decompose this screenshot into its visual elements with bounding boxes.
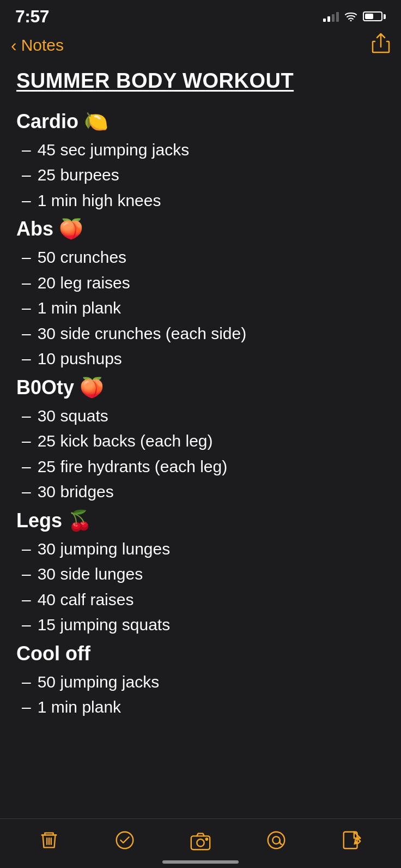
list-item: –15 jumping squats	[22, 612, 385, 638]
list-item-dash: –	[22, 670, 31, 695]
list-item-dash: –	[22, 296, 31, 321]
list-item-text: 20 leg raises	[38, 270, 130, 296]
back-chevron-icon: ‹	[11, 37, 17, 54]
list-item: –30 side lunges	[22, 562, 385, 587]
signal-icon	[323, 11, 339, 22]
section-legs: Legs 🍒–30 jumping lunges–30 side lunges–…	[16, 509, 385, 638]
list-item-dash: –	[22, 137, 31, 163]
list-item: –30 bridges	[22, 479, 385, 505]
nav-bar: ‹ Notes	[0, 29, 401, 63]
list-item-dash: –	[22, 270, 31, 296]
list-item: –50 jumping jacks	[22, 670, 385, 695]
list-item-text: 30 squats	[38, 403, 108, 429]
exercise-list-cardio: –45 sec jumping jacks–25 burpees–1 min h…	[16, 137, 385, 214]
list-item-text: 40 calf raises	[38, 587, 134, 613]
list-item-dash: –	[22, 454, 31, 480]
list-item-dash: –	[22, 429, 31, 454]
svg-point-5	[268, 832, 285, 849]
list-item-text: 30 side lunges	[38, 562, 143, 587]
list-item-dash: –	[22, 245, 31, 270]
section-header-booty: B0Oty 🍑	[16, 376, 385, 399]
list-item-dash: –	[22, 587, 31, 613]
battery-icon	[363, 11, 386, 21]
section-header-legs: Legs 🍒	[16, 509, 385, 532]
trash-button[interactable]	[38, 829, 60, 852]
section-header-cardio: Cardio 🍋	[16, 110, 385, 133]
section-cardio: Cardio 🍋–45 sec jumping jacks–25 burpees…	[16, 110, 385, 214]
svg-point-1	[117, 832, 133, 849]
status-bar: 7:57	[0, 0, 401, 29]
section-cooloff: Cool off–50 jumping jacks–1 min plank	[16, 642, 385, 720]
status-time: 7:57	[15, 7, 49, 27]
camera-button[interactable]	[189, 829, 212, 852]
svg-point-6	[272, 836, 280, 843]
list-item-text: 30 side crunches (each side)	[38, 321, 247, 347]
list-item-text: 1 min high knees	[38, 188, 161, 214]
list-item-text: 25 burpees	[38, 162, 119, 188]
list-item-dash: –	[22, 695, 31, 720]
home-indicator	[162, 860, 239, 864]
list-item: –1 min plank	[22, 296, 385, 321]
list-item-text: 25 kick backs (each leg)	[38, 429, 213, 454]
section-booty: B0Oty 🍑–30 squats–25 kick backs (each le…	[16, 376, 385, 505]
list-item-dash: –	[22, 321, 31, 347]
exercise-list-cooloff: –50 jumping jacks–1 min plank	[16, 670, 385, 720]
list-item-text: 1 min plank	[38, 695, 121, 720]
list-item: –50 crunches	[22, 245, 385, 270]
exercise-list-abs: –50 crunches–20 leg raises–1 min plank–3…	[16, 245, 385, 372]
note-content: SUMMER BODY WORKOUT Cardio 🍋–45 sec jump…	[0, 63, 401, 736]
list-item-text: 45 sec jumping jacks	[38, 137, 189, 163]
section-abs: Abs 🍑–50 crunches–20 leg raises–1 min pl…	[16, 218, 385, 372]
list-item-dash: –	[22, 612, 31, 638]
list-item-text: 10 pushups	[38, 346, 122, 372]
list-item-dash: –	[22, 537, 31, 562]
list-item-dash: –	[22, 403, 31, 429]
exercise-list-booty: –30 squats–25 kick backs (each leg)–25 f…	[16, 403, 385, 505]
status-icons	[323, 11, 386, 22]
list-item: –40 calf raises	[22, 587, 385, 613]
list-item: –30 jumping lunges	[22, 537, 385, 562]
edit-button[interactable]	[341, 829, 363, 852]
list-item: –45 sec jumping jacks	[22, 137, 385, 163]
checkmark-button[interactable]	[113, 829, 136, 852]
list-item: –30 side crunches (each side)	[22, 321, 385, 347]
list-item-dash: –	[22, 479, 31, 505]
back-label: Notes	[21, 36, 64, 55]
list-item: –20 leg raises	[22, 270, 385, 296]
list-item-text: 30 jumping lunges	[38, 537, 171, 562]
section-header-cooloff: Cool off	[16, 642, 385, 665]
list-item-dash: –	[22, 346, 31, 372]
list-item-text: 50 crunches	[38, 245, 126, 270]
svg-point-3	[197, 839, 204, 846]
list-item: –25 burpees	[22, 162, 385, 188]
note-title: SUMMER BODY WORKOUT	[16, 69, 385, 94]
svg-point-0	[350, 20, 352, 22]
list-item-text: 30 bridges	[38, 479, 114, 505]
list-item-text: 50 jumping jacks	[38, 670, 159, 695]
list-item-dash: –	[22, 562, 31, 587]
list-item-text: 25 fire hydrants (each leg)	[38, 454, 228, 480]
list-item-dash: –	[22, 162, 31, 188]
list-item: –10 pushups	[22, 346, 385, 372]
exercise-list-legs: –30 jumping lunges–30 side lunges–40 cal…	[16, 537, 385, 638]
list-item: –1 min plank	[22, 695, 385, 720]
sections-container: Cardio 🍋–45 sec jumping jacks–25 burpees…	[16, 110, 385, 720]
list-item: –30 squats	[22, 403, 385, 429]
list-item-text: 15 jumping squats	[38, 612, 171, 638]
list-item: –1 min high knees	[22, 188, 385, 214]
at-sign-button[interactable]	[265, 829, 288, 852]
share-button[interactable]	[372, 33, 390, 58]
list-item: –25 kick backs (each leg)	[22, 429, 385, 454]
section-header-abs: Abs 🍑	[16, 218, 385, 240]
list-item-dash: –	[22, 188, 31, 214]
back-button[interactable]: ‹ Notes	[11, 36, 64, 55]
list-item-text: 1 min plank	[38, 296, 121, 321]
list-item: –25 fire hydrants (each leg)	[22, 454, 385, 480]
wifi-icon	[344, 11, 357, 21]
svg-point-4	[206, 838, 208, 840]
